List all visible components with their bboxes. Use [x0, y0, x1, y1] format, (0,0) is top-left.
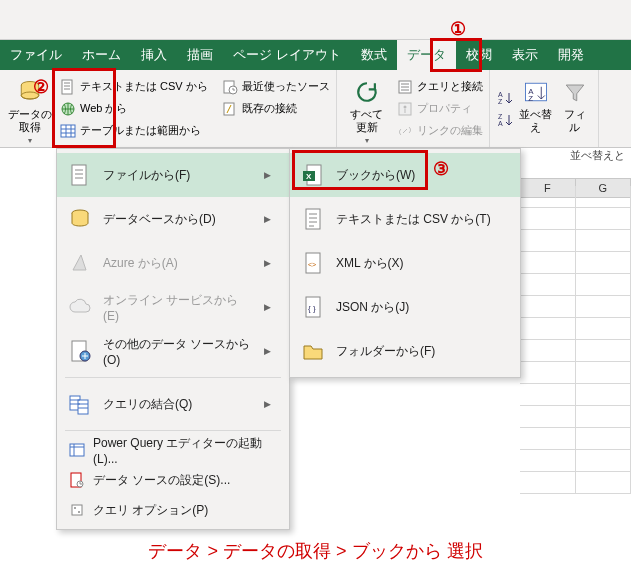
menu-query-options[interactable]: クエリ オプション(P) [57, 495, 289, 525]
menu-from-file[interactable]: ファイルから(F) ▶ [57, 153, 289, 197]
menu-data-source-settings-label: データ ソースの設定(S)... [93, 472, 230, 489]
tab-developer[interactable]: 開発 [548, 40, 594, 70]
excel-workbook-icon: X [300, 162, 326, 188]
data-source-icon [69, 472, 85, 488]
menu-from-database[interactable]: データベースから(D) ▶ [57, 197, 289, 241]
submenu-from-folder[interactable]: フォルダーから(F) [290, 329, 520, 373]
submenu-from-xml[interactable]: <> XML から(X) [290, 241, 520, 285]
tab-review[interactable]: 校閲 [456, 40, 502, 70]
json-file-icon: { } [300, 294, 326, 320]
properties-label: プロパティ [417, 101, 472, 116]
tab-formulas[interactable]: 数式 [351, 40, 397, 70]
table-icon [60, 123, 76, 139]
sort-za-icon: ZA [498, 112, 514, 128]
text-file-icon [60, 79, 76, 95]
menu-combine-queries[interactable]: クエリの結合(Q) ▶ [57, 382, 289, 426]
submenu-from-workbook[interactable]: X ブックから(W) [290, 153, 520, 197]
tab-view[interactable]: 表示 [502, 40, 548, 70]
tab-draw[interactable]: 描画 [177, 40, 223, 70]
svg-text:A: A [498, 120, 503, 127]
menu-from-azure[interactable]: Azure から(A) ▶ [57, 241, 289, 285]
menu-from-database-label: データベースから(D) [103, 211, 216, 228]
get-data-menu: ファイルから(F) ▶ データベースから(D) ▶ Azure から(A) ▶ … [56, 148, 290, 530]
get-data-button[interactable]: データの 取得 ▾ [6, 74, 54, 143]
folder-icon [300, 338, 326, 364]
database-cylinder-icon [16, 78, 44, 106]
menu-launch-pq-label: Power Query エディターの起動(L)... [93, 435, 271, 466]
submenu-arrow-icon: ▶ [264, 346, 271, 356]
menu-from-online-label: オンライン サービスから(E) [103, 292, 254, 323]
submenu-arrow-icon: ▶ [264, 302, 271, 312]
menu-from-online-services[interactable]: オンライン サービスから(E) ▶ [57, 285, 289, 329]
tab-insert[interactable]: 挿入 [131, 40, 177, 70]
xml-file-icon: <> [300, 250, 326, 276]
submenu-from-json[interactable]: { } JSON から(J) [290, 285, 520, 329]
cloud-icon [67, 294, 93, 320]
menu-query-options-label: クエリ オプション(P) [93, 502, 208, 519]
submenu-from-text-csv[interactable]: テキストまたは CSV から(T) [290, 197, 520, 241]
text-file-icon [300, 206, 326, 232]
tab-home[interactable]: ホーム [72, 40, 131, 70]
azure-icon [67, 250, 93, 276]
submenu-from-workbook-label: ブックから(W) [336, 167, 415, 184]
tab-page-layout[interactable]: ページ レイアウト [223, 40, 351, 70]
spreadsheet-grid[interactable] [520, 186, 631, 523]
menu-launch-pq-editor[interactable]: Power Query エディターの起動(L)... [57, 435, 289, 465]
from-text-csv-button[interactable]: テキストまたは CSV から [60, 79, 208, 95]
options-icon [69, 502, 85, 518]
svg-rect-18 [72, 165, 86, 185]
recent-icon [222, 79, 238, 95]
sort-az-icon: AZ [498, 90, 514, 106]
ribbon-body: データの 取得 ▾ テキストまたは CSV から Web から テーブルまた [0, 70, 631, 148]
menu-from-file-label: ファイルから(F) [103, 167, 190, 184]
svg-text:Z: Z [498, 113, 503, 120]
refresh-all-button[interactable]: すべて 更新 ▾ [343, 74, 391, 143]
tab-file[interactable]: ファイル [0, 40, 72, 70]
combine-icon [67, 391, 93, 417]
recent-sources-label: 最近使ったソース [242, 79, 330, 94]
submenu-from-json-label: JSON から(J) [336, 299, 409, 316]
get-data-sources-list-2: 最近使ったソース 既存の接続 . [208, 74, 330, 143]
get-data-sources-list: テキストまたは CSV から Web から テーブルまたは範囲から [54, 74, 208, 143]
svg-text:Z: Z [528, 94, 533, 103]
from-table-range-button[interactable]: テーブルまたは範囲から [60, 123, 208, 139]
submenu-arrow-icon: ▶ [264, 170, 271, 180]
globe-icon [60, 101, 76, 117]
refresh-icon [353, 78, 381, 106]
group-get-transform: データの 取得 ▾ テキストまたは CSV から Web から テーブルまた [0, 70, 337, 147]
title-bar [0, 0, 631, 40]
queries-connections-label: クエリと接続 [417, 79, 483, 94]
filter-button[interactable]: フィル [558, 74, 592, 143]
recent-sources-button[interactable]: 最近使ったソース [222, 79, 330, 95]
sort-dialog-icon: AZ [522, 78, 550, 106]
queries-connections-button[interactable]: クエリと接続 [397, 79, 483, 95]
svg-rect-27 [72, 505, 82, 515]
group-sort-filter: AZ ZA AZ 並べ替え フィル [490, 70, 599, 147]
sort-dialog-button[interactable]: AZ 並べ替え [514, 74, 558, 143]
existing-connections-button[interactable]: 既存の接続 [222, 101, 330, 117]
edit-links-button[interactable]: リンクの編集 [397, 123, 483, 139]
ribbon-tabs: ファイル ホーム 挿入 描画 ページ レイアウト 数式 データ 校閲 表示 開発 [0, 40, 631, 70]
sort-za-button[interactable]: ZA [498, 109, 514, 131]
menu-separator [65, 377, 281, 378]
from-web-button[interactable]: Web から [60, 101, 208, 117]
menu-data-source-settings[interactable]: データ ソースの設定(S)... [57, 465, 289, 495]
menu-combine-queries-label: クエリの結合(Q) [103, 396, 192, 413]
properties-button[interactable]: プロパティ [397, 101, 483, 117]
get-data-label: データの 取得 [8, 108, 52, 134]
instruction-caption: データ > データの取得 > ブックから 選択 [0, 539, 631, 563]
filter-label: フィル [560, 108, 590, 134]
pq-editor-icon [69, 442, 85, 458]
refresh-all-label: すべて 更新 [350, 108, 383, 134]
sort-az-button[interactable]: AZ [498, 87, 514, 109]
other-source-icon [67, 338, 93, 364]
properties-icon [397, 101, 413, 117]
tab-data[interactable]: データ [397, 40, 456, 70]
group-queries-connections: すべて 更新 ▾ クエリと接続 プロパティ リンクの編集 [337, 70, 490, 147]
existing-connections-label: 既存の接続 [242, 101, 297, 116]
submenu-from-text-csv-label: テキストまたは CSV から(T) [336, 211, 491, 228]
menu-from-other-sources[interactable]: その他のデータ ソースから(O) ▶ [57, 329, 289, 373]
edit-link-icon [397, 123, 413, 139]
submenu-from-folder-label: フォルダーから(F) [336, 343, 435, 360]
menu-from-other-label: その他のデータ ソースから(O) [103, 336, 254, 367]
